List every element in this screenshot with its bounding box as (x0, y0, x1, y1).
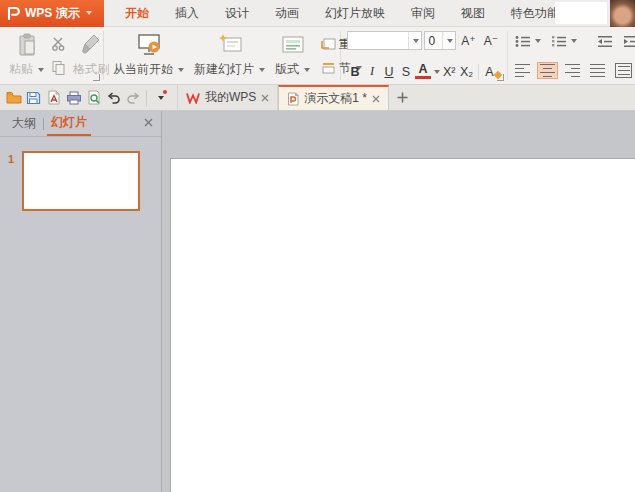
document-tabs: 我的WPS 演示文稿1 * (177, 85, 415, 110)
reset-slide-icon (321, 37, 336, 51)
chevron-down-icon (447, 39, 453, 43)
bold-button[interactable]: B (347, 64, 363, 80)
menu-review[interactable]: 审阅 (398, 0, 448, 26)
numbered-list-button[interactable] (548, 33, 580, 50)
italic-button[interactable]: I (364, 63, 380, 80)
decrease-indent-button[interactable] (594, 33, 616, 50)
new-tab-button[interactable] (389, 85, 415, 110)
decrease-indent-icon (597, 35, 613, 48)
undo-button[interactable] (104, 87, 123, 109)
font-color-button[interactable]: A (415, 62, 431, 79)
slideshow-screen-icon (136, 33, 162, 57)
distribute-text-icon (615, 63, 632, 79)
increase-indent-icon (623, 35, 635, 48)
wps-logo-icon (6, 5, 21, 21)
slide-panel-header: 大纲 幻灯片 (0, 111, 161, 137)
section-icon (321, 62, 336, 75)
font-dialog-launcher[interactable] (497, 74, 504, 81)
layout-button[interactable]: 版式 (270, 30, 315, 82)
clipboard-group: 粘贴 格式刷 (0, 27, 103, 84)
clipboard-dialog-launcher[interactable] (93, 74, 100, 81)
save-floppy-icon (26, 91, 41, 105)
play-from-current-label: 从当前开始 (113, 61, 173, 78)
font-name-combobox[interactable] (347, 31, 422, 50)
chevron-down-icon (259, 68, 265, 72)
slides-tab[interactable]: 幻灯片 (47, 111, 91, 136)
play-from-current-button[interactable]: 从当前开始 (108, 30, 189, 82)
increase-indent-button[interactable] (620, 33, 635, 50)
tab-my-wps[interactable]: 我的WPS (177, 85, 278, 110)
slide-thumbnail-1[interactable] (22, 151, 140, 211)
presentation-file-icon (287, 92, 299, 106)
close-panel-button[interactable] (144, 118, 153, 127)
open-folder-icon (6, 91, 22, 104)
notification-dot (163, 90, 167, 94)
plus-icon (397, 92, 408, 103)
chevron-down-icon (38, 68, 44, 72)
ribbon-home: 粘贴 格式刷 (0, 27, 635, 85)
chevron-down-icon (178, 68, 184, 72)
chevron-down-icon (434, 70, 440, 74)
chevron-down-icon (413, 39, 419, 43)
undo-icon (106, 91, 121, 104)
print-preview-button[interactable] (84, 87, 103, 109)
close-icon (144, 118, 153, 127)
align-center-button[interactable] (537, 62, 558, 80)
copy-icon[interactable] (51, 60, 66, 75)
close-icon[interactable] (261, 94, 269, 102)
menu-home[interactable]: 开始 (112, 0, 162, 26)
pdf-export-icon (47, 90, 61, 105)
outline-tab[interactable]: 大纲 (8, 115, 40, 132)
new-slide-button[interactable]: 新建幻灯片 (189, 30, 270, 82)
print-preview-icon (87, 90, 101, 105)
paste-label: 粘贴 (9, 61, 33, 78)
open-file-button[interactable] (4, 87, 23, 109)
bullet-list-button[interactable] (512, 33, 544, 50)
increase-font-button[interactable]: A⁺ (458, 34, 478, 48)
close-icon[interactable] (372, 95, 380, 103)
customize-toolbar-button[interactable] (150, 87, 169, 109)
print-button[interactable] (64, 87, 83, 109)
menu-insert[interactable]: 插入 (162, 0, 212, 26)
font-size-combobox[interactable]: 0 (424, 31, 457, 50)
slide-panel: 大纲 幻灯片 1 (0, 111, 162, 492)
slide-canvas[interactable] (170, 158, 635, 492)
superscript-button[interactable]: X² (441, 64, 457, 80)
title-bar: WPS 演示 开始 插入 设计 动画 幻灯片放映 审阅 视图 特色功能 (0, 0, 635, 27)
printer-icon (66, 91, 82, 105)
cut-scissors-icon[interactable] (51, 37, 66, 51)
tab-presentation1[interactable]: 演示文稿1 * (278, 85, 389, 110)
slide-layout-icon (280, 33, 306, 57)
distribute-text-button[interactable] (612, 61, 635, 81)
export-pdf-button[interactable] (44, 87, 63, 109)
editing-area (162, 111, 635, 492)
quick-access-toolbar (0, 85, 171, 110)
align-left-button[interactable] (512, 62, 533, 80)
align-right-icon (565, 64, 580, 78)
wps-app-menu[interactable]: WPS 演示 (0, 0, 104, 27)
save-button[interactable] (24, 87, 43, 109)
justify-button[interactable] (587, 62, 608, 80)
menu-animation[interactable]: 动画 (262, 0, 312, 26)
clipboard-icon (16, 33, 38, 57)
chevron-down-icon (535, 39, 541, 43)
subscript-button[interactable]: X₂ (458, 64, 474, 80)
strikethrough-button[interactable]: S (398, 64, 414, 80)
app-title: WPS 演示 (25, 5, 80, 22)
titlebar-blank-field[interactable] (555, 2, 607, 24)
decrease-font-button[interactable]: A⁻ (481, 34, 501, 48)
slide-thumbnail-row: 1 (0, 151, 161, 211)
wps-presentation-window: WPS 演示 开始 插入 设计 动画 幻灯片放映 审阅 视图 特色功能 (0, 0, 635, 492)
cut-copy-column (49, 30, 68, 82)
slides-group: 从当前开始 新建幻灯片 版式 (104, 27, 340, 84)
underline-button[interactable]: U (381, 64, 397, 80)
redo-button[interactable] (124, 87, 143, 109)
align-right-button[interactable] (562, 62, 583, 80)
align-center-icon (540, 64, 555, 78)
menu-slideshow[interactable]: 幻灯片放映 (312, 0, 398, 26)
font-size-value: 0 (425, 34, 443, 48)
menu-view[interactable]: 视图 (448, 0, 498, 26)
menu-design[interactable]: 设计 (212, 0, 262, 26)
paste-button[interactable]: 粘贴 (4, 30, 49, 82)
user-avatar[interactable] (610, 0, 635, 27)
